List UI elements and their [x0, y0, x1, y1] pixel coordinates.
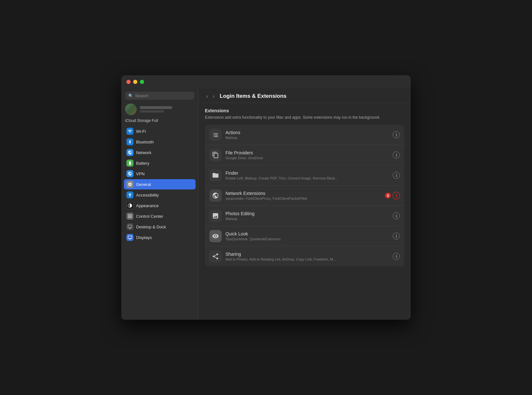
sidebar-item-label: Network	[136, 150, 151, 155]
main-content: ‹ › Login Items & Extensions Extensions …	[198, 88, 411, 320]
sidebar-item-battery[interactable]: Battery	[124, 158, 196, 168]
sidebar-item-bluetooth[interactable]: Bluetooth	[124, 137, 196, 147]
photos-info-button[interactable]: ℹ	[393, 212, 400, 219]
extension-item-fileproviders[interactable]: File Providers Google Drive, OneDrive ℹ	[205, 145, 404, 165]
extension-item-sharing[interactable]: Sharing Add to Photos, Add to Reading Li…	[205, 246, 404, 266]
finder-info: Finder Rotate Left, Markup, Create PDF, …	[225, 170, 393, 180]
user-info	[140, 106, 194, 113]
extensions-desc: Extensions add extra functionality to yo…	[205, 115, 404, 120]
search-container: 🔍 Search	[121, 92, 198, 104]
sharing-info: Sharing Add to Photos, Add to Reading Li…	[225, 252, 393, 261]
extensions-header: Extensions Extensions add extra function…	[205, 108, 404, 120]
main-window: 🔍 Search iCloud Storage Full	[121, 75, 411, 320]
extension-item-quicklook[interactable]: Quick Look TipsQuicklook, QuicklookExten…	[205, 226, 404, 246]
extension-item-photos[interactable]: Photos Editing Markup ℹ	[205, 206, 404, 226]
nav-buttons: ‹ ›	[205, 93, 216, 99]
search-box[interactable]: 🔍 Search	[125, 92, 194, 100]
sidebar-item-label: Displays	[136, 235, 152, 240]
forward-button[interactable]: ›	[211, 93, 216, 99]
close-button[interactable]	[126, 80, 131, 84]
quicklook-name: Quick Look	[225, 231, 393, 236]
finder-subtitle: Rotate Left, Markup, Create PDF, Trim, C…	[225, 176, 393, 180]
user-name	[140, 106, 172, 109]
sidebar-nav: Wi-Fi Bluetooth Network	[121, 126, 198, 243]
sidebar: 🔍 Search iCloud Storage Full	[121, 88, 198, 320]
netexts-info-button[interactable]: ℹ	[393, 192, 400, 199]
netexts-subtitle: vpnprovider, FortiClientProxy, FortiClie…	[225, 197, 385, 200]
netexts-name: Network Extensions	[225, 191, 385, 196]
minimize-button[interactable]	[133, 80, 137, 84]
actions-subtitle: Markup	[225, 136, 393, 140]
user-section[interactable]	[121, 104, 198, 118]
actions-controls: ℹ	[393, 131, 400, 138]
general-icon	[126, 181, 133, 188]
netexts-controls: 3 ℹ	[385, 192, 400, 199]
actions-icon	[209, 129, 222, 141]
sidebar-item-label: Wi-Fi	[136, 129, 146, 134]
photos-name: Photos Editing	[225, 211, 393, 216]
desktopdock-icon	[126, 223, 133, 230]
finder-icon	[209, 169, 222, 181]
photos-controls: ℹ	[393, 212, 400, 219]
window-body: 🔍 Search iCloud Storage Full	[121, 88, 411, 320]
back-button[interactable]: ‹	[205, 93, 209, 99]
netexts-badge: 3	[385, 193, 391, 198]
sidebar-item-network[interactable]: Network	[124, 147, 196, 158]
sidebar-item-controlcenter[interactable]: Control Center	[124, 211, 196, 221]
actions-name: Actions	[225, 130, 393, 135]
fileproviders-info: File Providers Google Drive, OneDrive	[225, 150, 393, 160]
photos-subtitle: Markup	[225, 217, 393, 221]
content-header: ‹ › Login Items & Extensions	[198, 88, 411, 103]
sidebar-item-label: Control Center	[136, 214, 163, 219]
battery-icon	[126, 160, 133, 167]
sidebar-item-general[interactable]: General	[124, 179, 196, 189]
extensions-title: Extensions	[205, 108, 404, 113]
sidebar-item-vpn[interactable]: VPN	[124, 169, 196, 179]
sidebar-item-wifi[interactable]: Wi-Fi	[124, 126, 196, 136]
fileproviders-name: File Providers	[225, 150, 393, 155]
quicklook-subtitle: TipsQuicklook, QuicklookExtension	[225, 237, 393, 241]
avatar	[125, 104, 137, 115]
sharing-info-button[interactable]: ℹ	[393, 253, 400, 260]
content-body: Extensions Extensions add extra function…	[198, 103, 411, 320]
sharing-name: Sharing	[225, 252, 393, 257]
user-subtitle	[140, 110, 164, 113]
fullscreen-button[interactable]	[140, 80, 144, 84]
sharing-controls: ℹ	[393, 253, 400, 260]
sidebar-item-accessibility[interactable]: Accessibility	[124, 190, 196, 200]
extension-item-actions[interactable]: Actions Markup ℹ	[205, 125, 404, 145]
appearance-icon	[126, 202, 133, 209]
search-placeholder: Search	[135, 93, 148, 98]
sidebar-item-displays[interactable]: Displays	[124, 232, 196, 243]
photos-icon	[209, 210, 222, 222]
vpn-icon	[126, 170, 133, 177]
search-icon: 🔍	[128, 94, 133, 98]
sidebar-item-label: Appearance	[136, 203, 159, 208]
photos-info: Photos Editing Markup	[225, 211, 393, 221]
actions-info: Actions Markup	[225, 130, 393, 140]
network-icon	[126, 149, 133, 156]
quicklook-info: Quick Look TipsQuicklook, QuicklookExten…	[225, 231, 393, 241]
netexts-info: Network Extensions vpnprovider, FortiCli…	[225, 191, 385, 200]
displays-icon	[126, 234, 133, 241]
sharing-subtitle: Add to Photos, Add to Reading List, AirD…	[225, 257, 393, 261]
finder-name: Finder	[225, 170, 393, 176]
netexts-icon	[209, 189, 222, 202]
actions-info-button[interactable]: ℹ	[393, 131, 400, 138]
fileproviders-info-button[interactable]: ℹ	[393, 152, 400, 159]
sidebar-item-label: General	[136, 182, 151, 187]
quicklook-info-button[interactable]: ℹ	[393, 233, 400, 240]
sidebar-item-desktopdock[interactable]: Desktop & Dock	[124, 222, 196, 232]
sidebar-item-appearance[interactable]: Appearance	[124, 200, 196, 211]
finder-info-button[interactable]: ℹ	[393, 172, 400, 179]
sidebar-item-label: Bluetooth	[136, 140, 154, 144]
sidebar-item-label: VPN	[136, 171, 145, 176]
icloud-warning[interactable]: iCloud Storage Full	[121, 118, 198, 126]
sharing-icon	[209, 250, 222, 262]
fileproviders-icon	[209, 149, 222, 161]
finder-controls: ℹ	[393, 172, 400, 179]
sidebar-item-label: Accessibility	[136, 193, 159, 197]
extension-item-finder[interactable]: Finder Rotate Left, Markup, Create PDF, …	[205, 165, 404, 186]
extensions-list: Actions Markup ℹ File Providers	[205, 125, 404, 266]
extension-item-netexts[interactable]: Network Extensions vpnprovider, FortiCli…	[205, 186, 404, 206]
